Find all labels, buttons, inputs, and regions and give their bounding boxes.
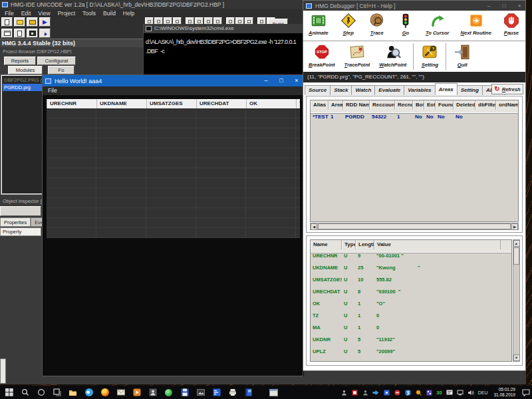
- network-icon[interactable]: [457, 389, 464, 396]
- cortana-button[interactable]: [37, 388, 45, 397]
- tab-setting[interactable]: Setting: [457, 85, 483, 95]
- video-app-button[interactable]: [132, 388, 141, 397]
- search-button[interactable]: [21, 388, 29, 397]
- breakpoint-button[interactable]: STOP BreakPoint: [309, 43, 335, 68]
- grid-empty-row[interactable]: [47, 198, 300, 208]
- table-row[interactable]: UKDNAMEU25"Kwong ": [311, 265, 511, 277]
- file-explorer-button[interactable]: [68, 388, 77, 397]
- watchpoint-button[interactable]: WatchPoint: [379, 43, 406, 68]
- grid-empty-row[interactable]: [47, 118, 300, 128]
- tray-monitor-app-icon[interactable]: [383, 389, 390, 396]
- scrollbar-thumb[interactable]: [513, 247, 519, 265]
- tab-source[interactable]: Source: [305, 85, 331, 95]
- grid-empty-row[interactable]: [47, 108, 300, 118]
- scroll-right-button[interactable]: ▶: [511, 223, 518, 230]
- column-header[interactable]: RDD Name: [343, 100, 370, 110]
- column-header[interactable]: UMSATZGES: [146, 99, 196, 108]
- tray-badge-icon[interactable]: [394, 389, 400, 396]
- quit-button[interactable]: Quit: [453, 43, 471, 68]
- grid-empty-row[interactable]: [47, 208, 300, 218]
- tray-keyboard-box-icon[interactable]: [446, 389, 453, 396]
- tray-red-app-icon[interactable]: [351, 389, 358, 396]
- tab-modules[interactable]: Modules: [8, 66, 43, 74]
- areas-horizontal-scrollbar[interactable]: ◀ ▶: [310, 223, 519, 230]
- floppy-app-button[interactable]: [180, 388, 189, 397]
- variables-vertical-scrollbar[interactable]: ▲ ▼: [513, 239, 520, 362]
- tab-reports[interactable]: Reports: [4, 57, 36, 65]
- grid-empty-row[interactable]: [47, 168, 300, 178]
- tab-configuration[interactable]: Configurat: [37, 57, 76, 65]
- column-header[interactable]: URECHDAT: [196, 99, 246, 108]
- run-button[interactable]: ▶: [39, 17, 51, 27]
- tab-properties[interactable]: Properties: [0, 217, 31, 227]
- tray-badge-30[interactable]: 30: [436, 390, 442, 396]
- grid-empty-row[interactable]: [47, 178, 300, 188]
- tab-variables[interactable]: Variables: [404, 85, 435, 95]
- minimize-button[interactable]: –: [260, 75, 272, 86]
- groove-button[interactable]: [148, 388, 157, 397]
- photos-app-button[interactable]: [196, 388, 205, 397]
- firefox-button[interactable]: [100, 388, 109, 397]
- grid-empty-row[interactable]: [47, 218, 300, 228]
- menu-project[interactable]: Project: [58, 10, 75, 17]
- new-file-button[interactable]: [1, 17, 13, 27]
- animate-button[interactable]: Animate: [309, 12, 329, 41]
- tab-stack[interactable]: Stack: [330, 85, 352, 95]
- debugger-titlebar[interactable]: HMG Debugger [ Ctrl+H - Help ] – □ ×: [303, 1, 525, 11]
- column-header[interactable]: Value: [374, 240, 501, 249]
- scroll-up-button[interactable]: ▲: [513, 240, 520, 247]
- table-row[interactable]: URECHNRU9"00-01001 ": [311, 253, 511, 265]
- table-row[interactable]: UPLZU5"20099": [311, 348, 511, 360]
- menu-help[interactable]: Help: [123, 10, 134, 17]
- tray-user-icon[interactable]: [340, 389, 347, 396]
- tray-user2-icon[interactable]: [362, 389, 368, 396]
- start-button[interactable]: [5, 388, 13, 397]
- column-header[interactable]: Length: [356, 240, 374, 249]
- table-row[interactable]: UORTU25"Hamburg 1 ": [311, 360, 511, 362]
- grid-empty-row[interactable]: [47, 228, 300, 238]
- open-project-button[interactable]: [14, 17, 25, 27]
- taskbar-clock[interactable]: 05:01:29 31.08.2019: [491, 387, 517, 398]
- next-routine-button[interactable]: Next Routine: [461, 12, 491, 41]
- tray-purple-app-icon[interactable]: [426, 389, 432, 396]
- column-header[interactable]: Eof: [424, 100, 436, 110]
- column-header[interactable]: TZ: [296, 99, 300, 108]
- minimize-button[interactable]: –: [483, 1, 495, 11]
- column-header[interactable]: dbFilter: [475, 100, 496, 110]
- tray-magnifier-icon[interactable]: [415, 389, 422, 396]
- refresh-button[interactable]: ↻ Refresh: [491, 84, 523, 94]
- grid-empty-row[interactable]: [47, 188, 300, 198]
- column-header[interactable]: URECHNR: [47, 99, 96, 108]
- column-header[interactable]: Deleted: [454, 100, 475, 110]
- scroll-left-button[interactable]: ◀: [311, 223, 317, 230]
- action-center-button[interactable]: [521, 389, 530, 396]
- menu-file[interactable]: File: [5, 10, 14, 17]
- table-row[interactable]: MAU10: [311, 325, 511, 336]
- copy-button[interactable]: [14, 29, 25, 38]
- tab-evaluate[interactable]: Evaluate: [374, 85, 404, 95]
- cmd-titlebar[interactable]: C:\WINDOWS\system32\cmd.exe: [144, 24, 304, 33]
- mail-button[interactable]: [116, 388, 125, 397]
- tray-arrow-icon[interactable]: [372, 389, 379, 396]
- menu-build[interactable]: Build: [103, 10, 116, 17]
- scroll-down-button[interactable]: ▼: [513, 354, 520, 361]
- grid-empty-row[interactable]: [47, 138, 300, 148]
- column-header[interactable]: UKDNAME: [96, 99, 146, 108]
- menu-tools[interactable]: Tools: [82, 10, 96, 17]
- table-row[interactable]: TZU10: [311, 313, 511, 325]
- green-app-button[interactable]: [164, 388, 173, 397]
- grid-empty-row[interactable]: [47, 158, 300, 168]
- column-header[interactable]: Found: [436, 100, 454, 110]
- tracepoint-button[interactable]: TracePoint: [344, 43, 370, 68]
- tab-forms[interactable]: Fo: [48, 66, 74, 74]
- table-row[interactable]: URECHDATU8"030100 ": [311, 289, 511, 301]
- edge-button[interactable]: [84, 388, 93, 397]
- menu-file[interactable]: File: [48, 87, 57, 94]
- column-header[interactable]: Area: [329, 100, 343, 110]
- menu-view[interactable]: View: [38, 10, 50, 17]
- console-app-button[interactable]: [212, 388, 221, 397]
- task-view-button[interactable]: [53, 388, 61, 397]
- grid-empty-row[interactable]: [47, 128, 300, 138]
- go-button[interactable]: Go: [397, 12, 414, 41]
- close-button[interactable]: ×: [291, 75, 303, 86]
